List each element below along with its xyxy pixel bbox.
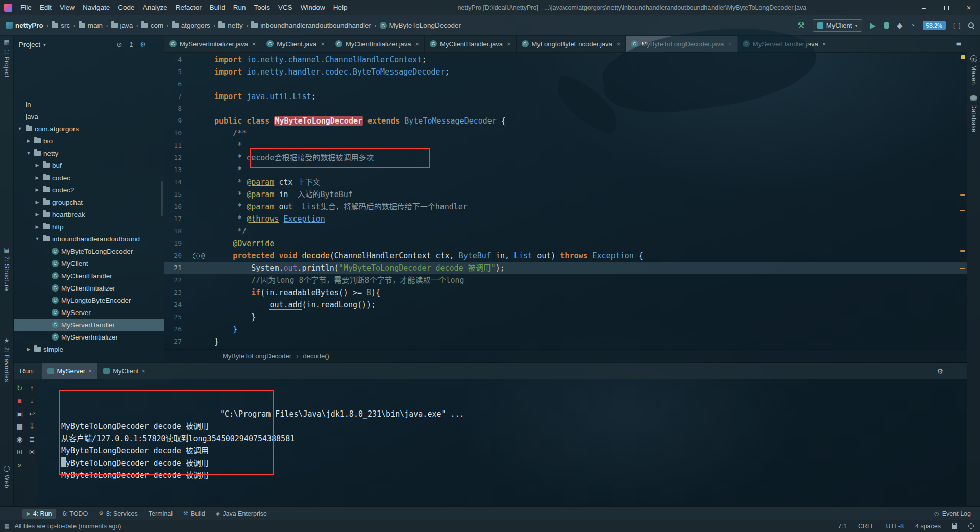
menu-code[interactable]: Code bbox=[114, 0, 138, 15]
tree-item-heartbreak[interactable]: ▶heartbreak bbox=[14, 208, 164, 221]
tool-window-button-Build[interactable]: ⚒Build bbox=[179, 509, 209, 519]
tree-collapsed-icon[interactable]: ▶ bbox=[26, 347, 32, 352]
menu-refactor[interactable]: Refactor bbox=[172, 0, 206, 15]
tree-item-com.atgorgors[interactable]: ▼com.atgorgors bbox=[14, 123, 164, 135]
editor-tab-MyClient.java[interactable]: CMyClient.java× bbox=[261, 36, 330, 52]
tree-item-codec[interactable]: ▶codec bbox=[14, 172, 164, 184]
console[interactable]: "C:\Program Files\Java\jdk1.8.0_231\bin\… bbox=[38, 379, 967, 506]
tab-close-icon[interactable]: × bbox=[321, 40, 325, 48]
tree-expanded-icon[interactable]: ▼ bbox=[17, 126, 23, 131]
search-icon[interactable] bbox=[968, 22, 974, 28]
tree-item-buf[interactable]: ▶buf bbox=[14, 159, 164, 172]
code-line-15[interactable]: 15 * @param in 入站的ByteBuf bbox=[164, 188, 967, 201]
code-line-6[interactable]: 6 bbox=[164, 78, 967, 90]
tree-item-MyServer[interactable]: CMyServer bbox=[14, 306, 164, 319]
file-encoding[interactable]: UTF-8 bbox=[886, 523, 904, 530]
breadcrumb-item-com[interactable]: com bbox=[141, 21, 164, 29]
code-line-20[interactable]: 20↑@ protected void decode(ChannelHandle… bbox=[164, 250, 967, 262]
menu-window[interactable]: Window bbox=[297, 0, 329, 15]
code-line-5[interactable]: 5import io.netty.handler.codec.ByteToMes… bbox=[164, 66, 967, 78]
code-line-10[interactable]: 10 /** bbox=[164, 127, 967, 139]
tree-item-java[interactable]: java bbox=[14, 110, 164, 123]
tab-close-icon[interactable]: × bbox=[415, 40, 419, 48]
run-config-select[interactable]: MyClient ▾ bbox=[813, 19, 863, 32]
tree-collapsed-icon[interactable]: ▶ bbox=[34, 175, 40, 180]
tree-collapsed-icon[interactable]: ▶ bbox=[26, 138, 32, 143]
tree-item-MyClientHandler[interactable]: CMyClientHandler bbox=[14, 270, 164, 282]
code-line-19[interactable]: 19 @Override bbox=[164, 237, 967, 250]
breadcrumb-item-main[interactable]: main bbox=[79, 21, 103, 29]
code-line-23[interactable]: 23 if(in.readableBytes() >= 8){ bbox=[164, 286, 967, 299]
snapshot-icon[interactable]: ▣ bbox=[15, 409, 25, 418]
tree-item-MyLongtoByteEncoder[interactable]: CMyLongtoByteEncoder bbox=[14, 294, 164, 306]
tree-item-in[interactable]: in bbox=[14, 98, 164, 110]
indent-setting[interactable]: 4 spaces bbox=[915, 523, 941, 530]
tree-item-codec2[interactable]: ▶codec2 bbox=[14, 184, 164, 196]
tree-item-simple[interactable]: ▶simple bbox=[14, 343, 164, 355]
code-line-9[interactable]: 9public class MyByteToLongDecoder extend… bbox=[164, 115, 967, 127]
run-button-icon[interactable]: ▶ bbox=[870, 21, 876, 30]
scrollbar-warning-mark[interactable] bbox=[960, 194, 965, 196]
tab-close-icon[interactable]: × bbox=[617, 40, 621, 48]
breadcrumb-item-inboundhandlerandoutboundhandler[interactable]: inboundhandlerandoutboundhandler bbox=[251, 21, 371, 29]
tree-item-MyByteToLongDecoder[interactable]: CMyByteToLongDecoder bbox=[14, 245, 164, 257]
menu-analyze[interactable]: Analyze bbox=[139, 0, 172, 15]
tree-item-netty[interactable]: ▼netty bbox=[14, 147, 164, 159]
tree-collapsed-icon[interactable]: ▶ bbox=[34, 163, 40, 168]
tree-collapsed-icon[interactable]: ▶ bbox=[34, 187, 40, 192]
tree-expanded-icon[interactable]: ▼ bbox=[34, 236, 40, 241]
editor[interactable]: 4import io.netty.channel.ChannelHandlerC… bbox=[164, 53, 967, 362]
tool-window-button-4: Run[interactable]: ▶4: Run bbox=[22, 509, 56, 519]
layout-icon[interactable]: ▢ bbox=[953, 21, 961, 30]
hide-panel-icon[interactable]: — bbox=[152, 41, 159, 49]
print-icon[interactable]: ≣ bbox=[27, 434, 37, 444]
rerun-icon[interactable]: ↻ bbox=[15, 383, 25, 393]
line-separator[interactable]: CRLF bbox=[858, 523, 875, 530]
tool-button-favorites[interactable]: ★ 2: Favorites bbox=[3, 337, 10, 382]
code-line-21[interactable]: 21 System.out.println("MyByteToLongDecod… bbox=[164, 262, 967, 274]
breadcrumb-item-src[interactable]: src bbox=[52, 21, 70, 29]
code-line-4[interactable]: 4import io.netty.channel.ChannelHandlerC… bbox=[164, 54, 967, 66]
breadcrumb-item-netty[interactable]: netty bbox=[218, 21, 242, 29]
down-icon[interactable]: ↓ bbox=[27, 396, 37, 405]
code-line-16[interactable]: 16 * @param out List集合，将解码后的数据传给下一个handl… bbox=[164, 201, 967, 213]
debug-icon[interactable] bbox=[884, 22, 889, 29]
tab-close-icon[interactable]: × bbox=[88, 368, 92, 375]
code-line-24[interactable]: 24 out.add(in.readLong()); bbox=[164, 299, 967, 311]
menu-file[interactable]: File bbox=[16, 0, 36, 15]
tree-expanded-icon[interactable]: ▼ bbox=[26, 151, 32, 156]
menu-run[interactable]: Run bbox=[229, 0, 250, 15]
code-line-25[interactable]: 25 } bbox=[164, 311, 967, 323]
code-line-18[interactable]: 18 */ bbox=[164, 225, 967, 237]
code-line-26[interactable]: 26 } bbox=[164, 323, 967, 335]
tool-window-button-Java Enterprise[interactable]: ◈Java Enterprise bbox=[212, 509, 271, 519]
tool-button-maven[interactable]: m Maven bbox=[970, 55, 977, 85]
breadcrumb-item-atgorgors[interactable]: atgorgors bbox=[172, 21, 210, 29]
code-line-27[interactable]: 27} bbox=[164, 335, 967, 348]
settings-gear-icon[interactable]: ⚙ bbox=[140, 41, 146, 49]
settings-gear-icon[interactable]: ⚙ bbox=[937, 367, 943, 375]
pin-icon[interactable]: ◉ bbox=[15, 434, 25, 444]
memory-icon[interactable]: ▦ bbox=[15, 422, 25, 431]
menu-build[interactable]: Build bbox=[206, 0, 229, 15]
tab-close-icon[interactable]: × bbox=[728, 40, 732, 48]
project-panel-title[interactable]: Project bbox=[19, 41, 40, 49]
tab-close-icon[interactable]: × bbox=[822, 40, 826, 48]
run-tab-MyServer[interactable]: MyServer× bbox=[42, 363, 98, 379]
scrollbar-warning-mark[interactable] bbox=[960, 268, 965, 269]
tree-collapsed-icon[interactable]: ▶ bbox=[34, 224, 40, 229]
breadcrumb-item-java[interactable]: java bbox=[111, 21, 133, 29]
hide-panel-icon[interactable]: — bbox=[952, 367, 960, 375]
hidden-tabs-icon[interactable]: ≣ bbox=[950, 40, 967, 48]
editor-tab-MyClientInitializer.java[interactable]: CMyClientInitializer.java× bbox=[330, 36, 425, 52]
tab-close-icon[interactable]: × bbox=[507, 40, 511, 48]
chevron-down-icon[interactable]: ▾ bbox=[43, 42, 46, 47]
minimize-button[interactable]: – bbox=[913, 0, 935, 15]
editor-tab-MyServerInitializer.java[interactable]: CMyServerInitializer.java× bbox=[164, 36, 261, 52]
breadcrumb-item-nettyPro[interactable]: nettyPro bbox=[6, 21, 43, 29]
tree-scrollbar[interactable] bbox=[161, 181, 163, 216]
tool-button-project[interactable]: ▦ 1: Project bbox=[3, 39, 10, 78]
tree-item-MyClientInitializer[interactable]: CMyClientInitializer bbox=[14, 282, 164, 294]
close-button[interactable]: × bbox=[958, 0, 980, 15]
memory-indicator[interactable]: 53.2% bbox=[923, 21, 946, 30]
